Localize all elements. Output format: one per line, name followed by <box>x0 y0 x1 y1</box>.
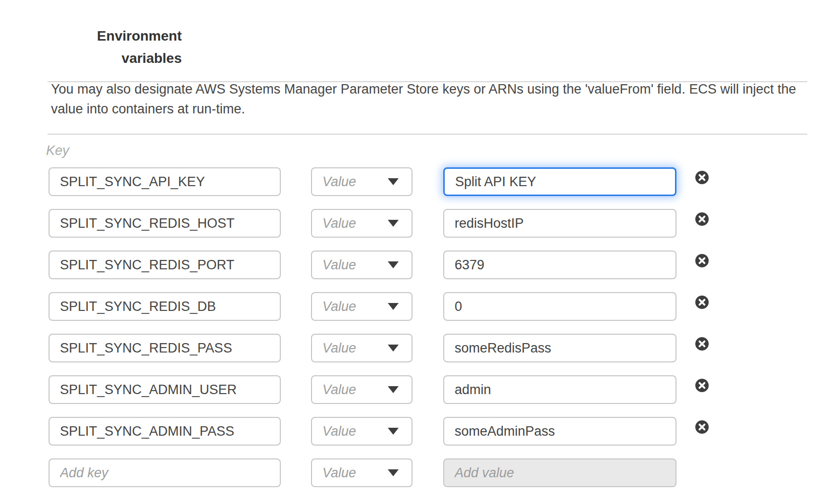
env-var-row: Value <box>49 251 709 279</box>
help-text: You may also designate AWS Systems Manag… <box>51 79 815 119</box>
value-type-label: Value <box>322 257 356 273</box>
env-var-row: Value <box>49 209 709 238</box>
value-type-label: Value <box>322 341 356 356</box>
env-var-row: Value <box>49 375 709 404</box>
chevron-down-icon <box>388 345 399 352</box>
chevron-down-icon <box>388 386 399 393</box>
env-value-input[interactable] <box>443 251 676 279</box>
value-type-label: Value <box>322 424 356 439</box>
value-type-select[interactable]: Value <box>311 417 413 446</box>
chevron-down-icon <box>388 469 399 476</box>
value-type-select[interactable]: Value <box>311 167 413 196</box>
remove-variable-button[interactable] <box>695 296 709 309</box>
chevron-down-icon <box>388 303 399 310</box>
remove-icon <box>695 254 709 267</box>
value-type-select[interactable]: Value <box>311 334 413 362</box>
environment-variables-label-line2: variables <box>74 47 182 69</box>
mid-divider <box>48 134 807 135</box>
value-type-select[interactable]: Value <box>311 251 413 279</box>
value-type-select[interactable]: Value <box>311 292 413 321</box>
env-var-row: Value <box>49 334 709 362</box>
chevron-down-icon <box>388 178 399 185</box>
env-value-input[interactable] <box>443 375 676 404</box>
environment-variables-label: Environment variables <box>74 25 182 69</box>
key-column-header: Key <box>46 141 69 160</box>
remove-icon <box>695 379 709 392</box>
remove-variable-button[interactable] <box>695 420 709 434</box>
value-type-label: Value <box>322 174 356 190</box>
env-var-row: Value <box>49 167 709 196</box>
env-key-input[interactable] <box>49 292 281 321</box>
env-key-input[interactable] <box>49 251 281 279</box>
remove-variable-button[interactable] <box>695 254 709 267</box>
chevron-down-icon <box>388 220 399 227</box>
env-key-input[interactable] <box>49 167 281 196</box>
remove-variable-button[interactable] <box>695 212 709 226</box>
add-env-var-row: Value <box>49 458 709 487</box>
add-key-input[interactable] <box>49 458 281 487</box>
environment-variables-label-line1: Environment <box>74 25 182 47</box>
env-value-input[interactable] <box>443 417 676 446</box>
value-type-label: Value <box>322 216 356 231</box>
env-var-row: Value <box>49 292 709 321</box>
value-type-select[interactable]: Value <box>311 209 413 238</box>
env-key-input[interactable] <box>49 334 281 362</box>
value-type-label: Value <box>322 299 356 314</box>
env-var-row: Value <box>49 417 709 446</box>
remove-variable-button[interactable] <box>695 379 709 392</box>
remove-icon <box>695 171 709 184</box>
remove-icon <box>695 296 709 309</box>
env-key-input[interactable] <box>49 209 281 238</box>
value-type-select[interactable]: Value <box>311 375 413 404</box>
env-value-input[interactable] <box>443 292 676 321</box>
add-value-input[interactable] <box>443 458 676 487</box>
env-var-rows: Value Value <box>49 167 709 487</box>
env-key-input[interactable] <box>49 417 281 446</box>
remove-icon <box>695 420 709 434</box>
chevron-down-icon <box>388 261 399 268</box>
env-value-input[interactable] <box>443 209 676 238</box>
value-type-label: Value <box>322 382 356 398</box>
value-type-select[interactable]: Value <box>311 458 413 487</box>
remove-variable-button[interactable] <box>695 171 709 184</box>
chevron-down-icon <box>388 428 399 435</box>
remove-icon <box>695 212 709 226</box>
env-value-input[interactable] <box>443 167 676 196</box>
remove-variable-button[interactable] <box>695 337 709 351</box>
value-type-label: Value <box>322 465 356 481</box>
env-key-input[interactable] <box>49 375 281 404</box>
env-value-input[interactable] <box>443 334 676 362</box>
remove-icon <box>695 337 709 351</box>
